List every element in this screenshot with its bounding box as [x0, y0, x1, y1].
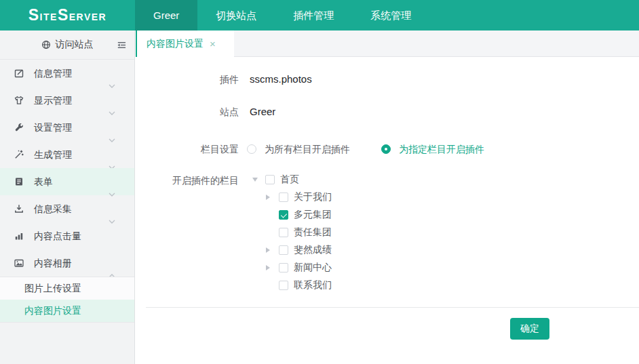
sidebar-item-label: 显示管理	[34, 95, 72, 106]
sidebar-item-display-management[interactable]: 显示管理	[0, 87, 134, 114]
tree-node-label: 多元集团	[294, 209, 332, 221]
checkbox-contact-us[interactable]	[279, 281, 288, 290]
tab-strip: 内容图片设置 ×	[136, 31, 639, 57]
caret-right-icon[interactable]	[266, 265, 279, 270]
checkbox-home[interactable]	[265, 175, 275, 184]
checkbox-about-us[interactable]	[279, 193, 288, 202]
sidebar-subitem-content-image-settings[interactable]: 内容图片设置	[0, 300, 134, 322]
radio-all-columns[interactable]	[247, 144, 256, 154]
sidebar-menu: 信息管理 显示管理 设置管理 生成管理 表单	[0, 60, 134, 277]
site-label: 站点	[136, 106, 239, 119]
logo-text: S	[28, 7, 40, 23]
wrench-icon	[14, 122, 24, 133]
tree-node-diversified-group[interactable]: 多元集团	[266, 206, 332, 224]
sidebar-item-content-album[interactable]: 内容相册	[0, 249, 134, 277]
form-divider	[146, 307, 639, 308]
sidebar-item-info-collection[interactable]: 信息采集	[0, 195, 134, 222]
tree-node-label: 责任集团	[294, 226, 332, 239]
sidebar-item-settings-management[interactable]: 设置管理	[0, 114, 134, 141]
checkbox-achievements[interactable]	[279, 245, 288, 255]
checkbox-diversified-group[interactable]	[279, 210, 288, 220]
top-header: SITESERVER Greer 切换站点 插件管理 系统管理	[0, 0, 639, 31]
plugin-value: sscms.photos	[250, 73, 312, 85]
caret-down-icon[interactable]	[252, 178, 265, 182]
tree-node-label: 联系我们	[294, 279, 332, 291]
radio-specified-columns[interactable]	[381, 144, 391, 154]
siteserver-logo[interactable]: SITESERVER	[0, 0, 135, 31]
sidebar-item-content-clicks[interactable]: 内容点击量	[0, 222, 134, 249]
collapse-sidebar-icon[interactable]	[115, 40, 127, 50]
tree-node-about-us[interactable]: 关于我们	[266, 188, 332, 206]
nav-item-system-management[interactable]: 系统管理	[352, 0, 429, 31]
top-nav: Greer 切换站点 插件管理 系统管理	[135, 0, 429, 31]
sidebar-item-info-management[interactable]: 信息管理	[0, 60, 134, 87]
tree-node-label: 新闻中心	[294, 262, 332, 274]
tree-node-responsibility-group[interactable]: 责任集团	[266, 224, 332, 241]
sidebar-item-label: 表单	[34, 176, 53, 187]
nav-item-switch-site[interactable]: 切换站点	[197, 0, 275, 31]
caret-right-icon[interactable]	[266, 247, 279, 253]
sidebar-item-label: 信息管理	[34, 68, 72, 79]
tree-node-label: 首页	[280, 174, 299, 186]
sidebar-item-label: 信息采集	[34, 203, 72, 214]
sidebar-item-label: 生成管理	[34, 149, 72, 160]
nav-item-site-greer[interactable]: Greer	[135, 0, 197, 31]
sidebar-item-label: 设置管理	[34, 122, 72, 133]
tree-node-contact-us[interactable]: 联系我们	[266, 277, 332, 294]
sidebar-item-label: 内容相册	[34, 258, 72, 268]
sidebar-item-generate-management[interactable]: 生成管理	[0, 141, 134, 168]
sidebar-item-forms[interactable]: 表单	[0, 168, 134, 195]
sidebar-item-label: 内容点击量	[34, 230, 81, 241]
caret-right-icon[interactable]	[266, 195, 279, 200]
confirm-button[interactable]: 确定	[510, 318, 549, 340]
site-value: Greer	[250, 106, 275, 117]
tree-node-label: 斐然成绩	[294, 244, 332, 256]
plugin-label: 插件	[136, 74, 239, 86]
checkbox-news-center[interactable]	[279, 263, 288, 272]
tree-node-label: 关于我们	[294, 191, 332, 203]
page: SITESERVER Greer 切换站点 插件管理 系统管理 访问站点 信息管…	[0, 0, 639, 364]
visit-site-link[interactable]: 访问站点	[0, 31, 134, 60]
checkbox-responsibility-group[interactable]	[279, 228, 288, 237]
tab-label: 内容图片设置	[147, 38, 204, 50]
tab-content-image-settings[interactable]: 内容图片设置 ×	[136, 31, 234, 57]
form-icon	[14, 176, 24, 187]
radio-specified-columns-label[interactable]: 为指定栏目开启插件	[399, 144, 484, 156]
photo-icon	[14, 258, 24, 268]
sidebar: 访问站点 信息管理 显示管理 设置管理 生成	[0, 31, 135, 364]
tree-node-home[interactable]: 首页	[252, 171, 299, 188]
tree-node-news-center[interactable]: 新闻中心	[266, 259, 332, 277]
visit-site-label: 访问站点	[56, 39, 94, 51]
content-album-submenu: 图片上传设置 内容图片设置	[0, 277, 134, 323]
wand-icon	[14, 149, 24, 160]
nav-item-plugin-management[interactable]: 插件管理	[275, 0, 352, 31]
tree-node-achievements[interactable]: 斐然成绩	[266, 241, 332, 259]
tree-label: 开启插件的栏目	[136, 175, 239, 187]
globe-icon	[41, 40, 51, 49]
close-icon[interactable]: ×	[210, 39, 216, 49]
main-content: 内容图片设置 × 插件 sscms.photos 站点 Greer 栏目设置 为…	[136, 31, 639, 364]
tshirt-icon	[14, 95, 24, 106]
bar-chart-icon	[14, 230, 24, 241]
download-icon	[14, 203, 24, 214]
column-setting-label: 栏目设置	[136, 144, 239, 156]
sidebar-subitem-image-upload-settings[interactable]: 图片上传设置	[0, 277, 134, 300]
radio-all-columns-label[interactable]: 为所有栏目开启插件	[265, 144, 350, 156]
edit-icon	[14, 68, 24, 79]
